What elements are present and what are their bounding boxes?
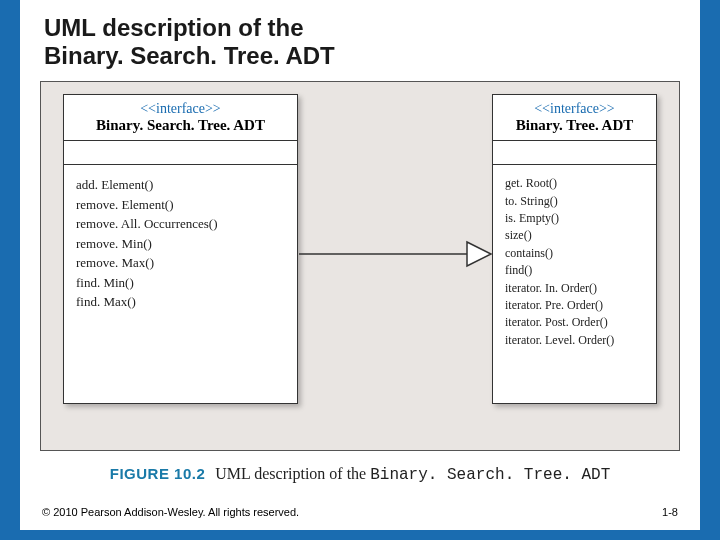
uml-op: contains(): [505, 245, 644, 262]
title-line-1: UML description of the: [44, 14, 304, 41]
footer: © 2010 Pearson Addison-Wesley. All right…: [42, 506, 678, 518]
uml-op: find. Max(): [76, 292, 285, 312]
uml-operations: add. Element() remove. Element() remove.…: [64, 165, 297, 324]
uml-op: is. Empty(): [505, 210, 644, 227]
uml-op: iterator. Level. Order(): [505, 332, 644, 349]
class-name: Binary. Tree. ADT: [503, 117, 646, 134]
uml-header: <<interface>> Binary. Tree. ADT: [493, 95, 656, 141]
uml-op: iterator. Pre. Order(): [505, 297, 644, 314]
uml-op: find. Min(): [76, 273, 285, 293]
uml-header: <<interface>> Binary. Search. Tree. ADT: [64, 95, 297, 141]
uml-op: remove. Min(): [76, 234, 285, 254]
stereotype-label: <<interface>>: [503, 101, 646, 117]
class-name: Binary. Search. Tree. ADT: [74, 117, 287, 134]
uml-diagram: <<interface>> Binary. Search. Tree. ADT …: [40, 81, 680, 451]
uml-op: iterator. In. Order(): [505, 280, 644, 297]
uml-class-binary-tree-adt: <<interface>> Binary. Tree. ADT get. Roo…: [492, 94, 657, 404]
uml-op: remove. Element(): [76, 195, 285, 215]
uml-op: remove. All. Occurrences(): [76, 214, 285, 234]
title-line-2: Binary. Search. Tree. ADT: [44, 42, 335, 69]
uml-op: find(): [505, 262, 644, 279]
uml-op: get. Root(): [505, 175, 644, 192]
uml-operations: get. Root() to. String() is. Empty() siz…: [493, 165, 656, 361]
caption-text: UML description of the: [215, 465, 366, 482]
uml-op: size(): [505, 227, 644, 244]
uml-attributes-empty: [64, 141, 297, 165]
copyright-text: © 2010 Pearson Addison-Wesley. All right…: [42, 506, 299, 518]
uml-op: add. Element(): [76, 175, 285, 195]
figure-caption: FIGURE 10.2 UML description of the Binar…: [40, 465, 680, 484]
page-number: 1-8: [662, 506, 678, 518]
figure-number: FIGURE 10.2: [110, 465, 206, 482]
stereotype-label: <<interface>>: [74, 101, 287, 117]
svg-marker-1: [467, 242, 491, 266]
realization-arrow-icon: [299, 234, 494, 274]
slide: UML description of the Binary. Search. T…: [20, 0, 700, 530]
uml-attributes-empty: [493, 141, 656, 165]
uml-op: iterator. Post. Order(): [505, 314, 644, 331]
caption-mono: Binary. Search. Tree. ADT: [370, 466, 610, 484]
page-title: UML description of the Binary. Search. T…: [20, 0, 700, 77]
uml-op: to. String(): [505, 193, 644, 210]
uml-op: remove. Max(): [76, 253, 285, 273]
uml-class-binary-search-tree-adt: <<interface>> Binary. Search. Tree. ADT …: [63, 94, 298, 404]
